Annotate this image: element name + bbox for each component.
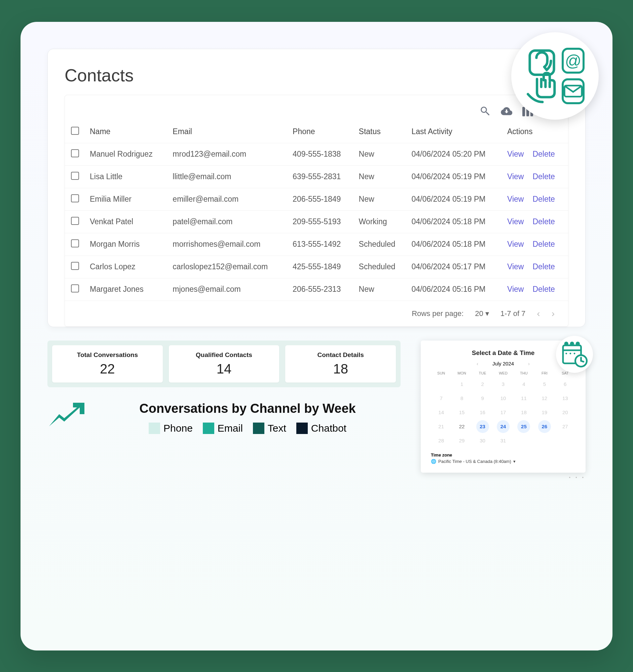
calendar-day: 27 [559, 420, 571, 433]
delete-link[interactable]: Delete [533, 172, 555, 181]
calendar-day[interactable]: 24 [497, 420, 510, 433]
col-email: Email [168, 121, 288, 143]
prev-page-button[interactable]: ‹ [537, 308, 540, 319]
delete-link[interactable]: Delete [533, 285, 555, 293]
calendar-day: 28 [435, 434, 448, 447]
calendar-day: 19 [538, 406, 551, 419]
row-checkbox[interactable] [71, 172, 79, 180]
view-link[interactable]: View [507, 150, 524, 158]
view-link[interactable]: View [507, 285, 524, 293]
row-checkbox[interactable] [71, 284, 79, 292]
calendar-dow: MON [451, 369, 472, 377]
mail-icon [562, 78, 585, 104]
view-link[interactable]: View [507, 217, 524, 226]
phone-touch-icon [527, 48, 557, 104]
timezone-label: Time zone [431, 453, 576, 458]
calendar-day [435, 378, 448, 391]
contacts-table: Name Email Phone Status Last Activity Ac… [65, 121, 568, 301]
legend-label: Email [218, 423, 243, 434]
download-icon[interactable] [501, 105, 512, 118]
calendar-day: 14 [435, 406, 448, 419]
table-row: Manuel Rodriguez mrod123@email.com 409-5… [65, 143, 568, 165]
calendar-day: 29 [455, 434, 468, 447]
cell-status: Scheduled [354, 256, 407, 278]
row-checkbox[interactable] [71, 217, 79, 225]
view-link[interactable]: View [507, 262, 524, 271]
calendar-day: 2 [476, 378, 489, 391]
chart-section: Conversations by Channel by Week PhoneEm… [47, 401, 401, 434]
search-icon[interactable] [479, 105, 491, 118]
view-link[interactable]: View [507, 240, 524, 248]
cell-email: mjones@email.com [168, 278, 288, 301]
stat-label: Contact Details [288, 351, 393, 359]
timezone-select[interactable]: 🌐 Pacific Time - US & Canada (8:40am) ▾ [431, 459, 576, 464]
delete-link[interactable]: Delete [533, 262, 555, 271]
stat-value: 18 [288, 361, 393, 377]
delete-link[interactable]: Delete [533, 240, 555, 248]
cell-name: Morgan Morris [85, 233, 168, 256]
calendar-day: 9 [476, 392, 489, 405]
svg-line-12 [581, 361, 584, 361]
select-all-checkbox[interactable] [71, 127, 79, 135]
trend-up-icon [47, 403, 85, 431]
delete-link[interactable]: Delete [533, 195, 555, 203]
next-month-button[interactable]: › [528, 361, 530, 366]
legend-swatch [296, 423, 308, 434]
calendar-day: 30 [476, 434, 489, 447]
row-checkbox[interactable] [71, 194, 79, 202]
legend-label: Phone [163, 423, 193, 434]
calendar-day[interactable]: 25 [517, 420, 530, 433]
prev-month-button[interactable]: ‹ [476, 361, 478, 366]
cell-name: Venkat Patel [85, 211, 168, 233]
stat-label: Qualified Contacts [172, 351, 276, 359]
view-link[interactable]: View [507, 172, 524, 181]
svg-point-5 [571, 342, 573, 344]
stat-card: Qualified Contacts 14 [169, 345, 280, 383]
delete-link[interactable]: Delete [533, 150, 555, 158]
calendar-day: 10 [497, 392, 510, 405]
rows-per-page-select[interactable]: 20 ▾ [475, 309, 489, 318]
row-checkbox[interactable] [71, 239, 79, 247]
calendar-day [538, 434, 551, 447]
calendar-grid: SUNMONTUEWEDTHUFRISAT1234567891011121314… [431, 369, 576, 448]
col-phone: Phone [288, 121, 354, 143]
calendar-dow: TUE [472, 369, 493, 377]
cell-email: emiller@email.com [168, 188, 288, 211]
row-checkbox[interactable] [71, 149, 79, 157]
cell-name: Margaret Jones [85, 278, 168, 301]
col-actions: Actions [502, 121, 568, 143]
calendar-day[interactable]: 23 [476, 420, 489, 433]
rows-per-page-label: Rows per page: [412, 309, 464, 318]
table-row: Carlos Lopez carloslopez152@email.com 42… [65, 256, 568, 278]
carousel-dots: • • • [421, 475, 586, 480]
view-link[interactable]: View [507, 195, 524, 203]
dashboard-bottom: Total Conversations 22Qualified Contacts… [47, 340, 586, 480]
calendar-dow: THU [514, 369, 534, 377]
cell-phone: 639-555-2831 [288, 165, 354, 188]
chart-title: Conversations by Channel by Week [95, 401, 401, 417]
calendar-dow: WED [493, 369, 513, 377]
delete-link[interactable]: Delete [533, 217, 555, 226]
next-page-button[interactable]: › [552, 308, 555, 319]
calendar-day: 15 [455, 406, 468, 419]
calendar-day[interactable]: 26 [538, 420, 551, 433]
cell-phone: 425-555-1849 [288, 256, 354, 278]
cell-phone: 206-555-2313 [288, 278, 354, 301]
calendar-day [559, 434, 571, 447]
legend-swatch [253, 423, 264, 434]
stat-value: 14 [172, 361, 276, 377]
table-pager: Rows per page: 20 ▾ 1-7 of 7 ‹ › [65, 301, 568, 327]
calendar-dow: SUN [431, 369, 451, 377]
contacts-card: Contacts @ [47, 49, 586, 327]
chevron-down-icon: ▾ [513, 459, 516, 464]
calendar-day[interactable]: 22 [455, 420, 468, 433]
calendar-day: 13 [559, 392, 571, 405]
row-checkbox[interactable] [71, 262, 79, 270]
cell-phone: 206-555-1849 [288, 188, 354, 211]
calendar-day: 7 [435, 392, 448, 405]
cell-name: Lisa Little [85, 165, 168, 188]
page-range: 1-7 of 7 [500, 309, 526, 318]
cell-email: patel@email.com [168, 211, 288, 233]
calendar-day: 11 [517, 392, 530, 405]
calendar-day: 1 [455, 378, 468, 391]
